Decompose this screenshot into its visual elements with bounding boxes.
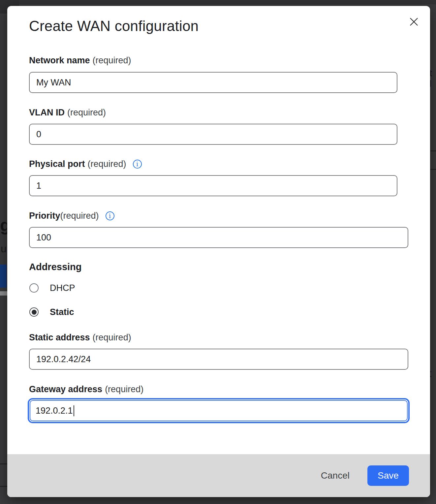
- input-value: 0: [36, 129, 41, 140]
- radio-label: DHCP: [50, 283, 75, 293]
- priority-label: Priority (required) i: [29, 210, 114, 221]
- priority-input[interactable]: 100: [29, 227, 408, 248]
- addressing-heading: Addressing: [29, 262, 82, 272]
- network-name-label: Network name (required): [29, 55, 131, 66]
- backdrop-divider: [0, 463, 7, 464]
- radio-label: Static: [50, 307, 74, 317]
- network-name-input[interactable]: My WAN: [29, 72, 397, 93]
- required-hint: (required): [60, 211, 99, 221]
- info-icon[interactable]: i: [133, 160, 142, 169]
- physical-port-label: Physical port (required) i: [29, 158, 142, 170]
- backdrop-divider: [430, 169, 436, 170]
- radio-button-icon: [29, 283, 39, 293]
- backdrop-divider: [430, 150, 436, 151]
- create-wan-dialog: Create WAN configuration Network name (r…: [7, 6, 430, 497]
- label-text: Gateway address: [29, 384, 102, 394]
- cancel-button[interactable]: Cancel: [321, 470, 350, 481]
- input-value: 100: [36, 233, 51, 243]
- input-value: 1: [36, 181, 41, 191]
- backdrop-divider: [0, 486, 7, 487]
- label-text: Network name: [29, 55, 90, 66]
- input-value: 192.0.2.1: [36, 406, 73, 416]
- label-text: VLAN ID: [29, 108, 65, 118]
- close-icon: [409, 17, 419, 26]
- vlan-id-label: VLAN ID (required): [29, 107, 106, 118]
- gateway-address-input-focus-ring: 192.0.2.1: [28, 398, 410, 423]
- required-hint: (required): [88, 159, 126, 169]
- static-address-input[interactable]: 192.0.2.42/24: [29, 349, 408, 370]
- backdrop-top-strip: [0, 0, 436, 4]
- label-text: Priority: [29, 211, 60, 221]
- text-cursor: [74, 405, 75, 416]
- label-text: Static address: [29, 332, 90, 343]
- backdrop-text-fragment: u: [1, 243, 7, 255]
- required-hint: (required): [93, 55, 131, 66]
- backdrop-blue-button-fragment: [0, 265, 7, 288]
- input-value: 192.0.2.42/24: [36, 354, 91, 364]
- save-button[interactable]: Save: [367, 465, 409, 486]
- label-text: Physical port: [29, 159, 85, 169]
- input-value: My WAN: [36, 78, 71, 88]
- radio-button-icon: [29, 307, 39, 317]
- gateway-address-input[interactable]: 192.0.2.1: [30, 400, 408, 421]
- required-hint: (required): [105, 384, 143, 394]
- dialog-title: Create WAN configuration: [29, 18, 199, 34]
- static-address-label: Static address (required): [29, 332, 131, 343]
- radio-option-dhcp[interactable]: DHCP: [29, 282, 75, 294]
- physical-port-input[interactable]: 1: [29, 175, 397, 196]
- dialog-footer: Cancel Save: [7, 454, 430, 497]
- required-hint: (required): [67, 108, 106, 118]
- gateway-address-label: Gateway address (required): [29, 384, 143, 395]
- close-button[interactable]: [409, 17, 419, 27]
- backdrop-row-fragment: [0, 291, 7, 296]
- radio-option-static[interactable]: Static: [29, 306, 74, 318]
- info-icon[interactable]: i: [106, 211, 114, 220]
- backdrop-text-fragment: t l: [429, 68, 436, 89]
- vlan-id-input[interactable]: 0: [29, 124, 397, 145]
- required-hint: (required): [93, 332, 131, 343]
